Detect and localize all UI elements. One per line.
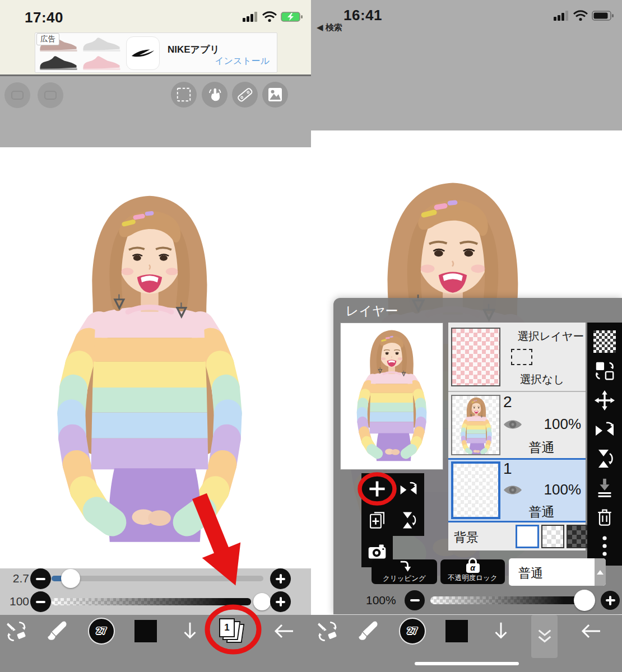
opacity-increase-button[interactable] (270, 591, 291, 612)
flip-vertical-button[interactable] (587, 444, 622, 473)
wifi-icon (262, 11, 277, 22)
layer-visibility-toggle[interactable] (503, 418, 523, 431)
right-screenshot-panel: 16:41 ◀ 検索 レイヤー (311, 0, 622, 672)
minus-icon (36, 578, 45, 580)
layer-number: 2 (503, 393, 512, 411)
zoom-increase-button[interactable] (270, 568, 291, 589)
color-swatch-button[interactable] (445, 620, 468, 642)
opacity-decrease-button[interactable] (405, 590, 425, 610)
selection-layer-row[interactable]: 選択レイヤー 選択なし (448, 323, 586, 392)
brush-size-button[interactable]: 27 (88, 618, 115, 645)
zoom-decrease-button[interactable] (30, 568, 51, 589)
zoom-slider-thumb[interactable] (61, 569, 80, 588)
undo-icon (11, 91, 24, 100)
flip-vertical-button[interactable] (393, 505, 424, 536)
ellipsis-icon (602, 535, 607, 558)
camera-icon (367, 542, 387, 562)
selection-layer-thumbnail (451, 328, 500, 386)
clipping-button[interactable]: クリッピング (372, 559, 437, 584)
tool-swap-button[interactable] (316, 619, 340, 643)
brush-tool-button[interactable] (45, 619, 69, 643)
install-link[interactable]: インストール (215, 55, 270, 67)
preview-woman (352, 324, 431, 470)
hand-tool-button[interactable] (202, 82, 228, 108)
minus-icon (36, 601, 45, 603)
background-dark-swatch[interactable] (567, 525, 589, 548)
ad-title: NIKEアプリ (168, 43, 220, 56)
layer-row[interactable]: 2 100% 普通 (448, 392, 586, 458)
ad-badge: 広告 (36, 33, 59, 45)
layer-thumb-woman (459, 395, 494, 455)
left-screenshot-panel: 17:40 広告 (0, 0, 311, 672)
color-swatch-button[interactable] (134, 620, 157, 642)
flip-horizontal-button[interactable] (587, 415, 622, 444)
left-arrow-icon (273, 620, 295, 642)
collapse-panel-button[interactable] (531, 615, 558, 658)
blend-mode-value: 普通 (518, 565, 543, 582)
layers-button[interactable]: 1 (219, 618, 245, 644)
layer-opacity-track[interactable] (430, 596, 582, 604)
tool-property-button[interactable] (179, 620, 201, 642)
nike-swoosh-icon (131, 49, 155, 58)
opacity-value: 100 (1, 595, 29, 608)
ruler-tool-button[interactable] (232, 82, 258, 108)
layers-panel-title: レイヤー (346, 302, 398, 320)
alpha-lock-button[interactable]: α 不透明度ロック (440, 559, 505, 584)
tool-swap-button[interactable] (5, 619, 29, 643)
flip-horizontal-button[interactable] (393, 473, 424, 505)
layer-visibility-toggle[interactable] (503, 483, 523, 497)
layer-opacity: 100% (544, 416, 582, 433)
material-tool-button[interactable] (262, 82, 288, 108)
layer-list: 選択レイヤー 選択なし 2 100% 普通 1 (448, 323, 586, 550)
opacity-decrease-button[interactable] (30, 591, 51, 612)
battery-charging-icon (281, 11, 303, 22)
status-icons (554, 10, 614, 21)
back-button[interactable] (580, 620, 602, 642)
transparency-background-button[interactable] (587, 327, 622, 356)
layer-row-selected[interactable]: 1 100% 普通 (448, 458, 586, 522)
convert-layer-button[interactable] (587, 356, 622, 385)
brush-icon (45, 619, 69, 643)
background-white-swatch[interactable] (516, 525, 539, 548)
background-transparent-swatch[interactable] (541, 525, 564, 548)
nike-logo-tile (126, 36, 160, 70)
more-options-button[interactable] (587, 532, 622, 561)
checkerboard-icon (593, 330, 616, 353)
wifi-icon (573, 10, 588, 21)
redo-button[interactable] (38, 82, 63, 108)
merge-down-button[interactable] (587, 473, 622, 502)
brush-size-button[interactable]: 27 (399, 618, 426, 645)
tool-property-button[interactable] (490, 620, 512, 642)
blend-mode-dropdown[interactable]: 普通 (509, 558, 606, 586)
plus-icon-bar (609, 596, 611, 605)
back-to-search-link[interactable]: ◀ 検索 (317, 22, 342, 33)
lock-body: α (466, 563, 480, 573)
layer-tools-column (587, 323, 622, 566)
brush-tool-button[interactable] (356, 619, 380, 643)
bottom-toolbar: 27 (311, 615, 622, 672)
ad-banner[interactable]: 広告 NIKEアプリ インストール (35, 32, 277, 73)
shoe-image (81, 54, 123, 71)
home-indicator[interactable] (415, 662, 519, 665)
opacity-slider-thumb[interactable] (253, 593, 271, 610)
back-button[interactable] (273, 620, 295, 642)
minus-icon (410, 599, 420, 601)
undo-button[interactable] (4, 82, 30, 108)
layer-opacity-thumb[interactable] (574, 590, 595, 611)
selection-tool-button[interactable] (171, 82, 197, 108)
image-icon (267, 86, 284, 103)
opacity-increase-button[interactable] (601, 591, 620, 610)
add-special-layer-button[interactable] (361, 505, 393, 536)
move-layer-button[interactable] (587, 386, 622, 415)
opacity-slider-track[interactable] (52, 598, 251, 605)
zoom-slider-track[interactable] (52, 576, 263, 581)
dropdown-arrow-strip[interactable] (595, 558, 606, 586)
flip-vertical-icon (398, 510, 419, 530)
layer-count-badge: 1 (219, 618, 235, 637)
delete-layer-button[interactable] (587, 503, 622, 532)
opacity-gradient (430, 596, 582, 604)
add-layer-button[interactable] (361, 473, 393, 505)
brush-eraser-swap-icon (316, 619, 340, 643)
drawing-canvas[interactable] (0, 147, 311, 568)
signal-icon (554, 10, 569, 21)
